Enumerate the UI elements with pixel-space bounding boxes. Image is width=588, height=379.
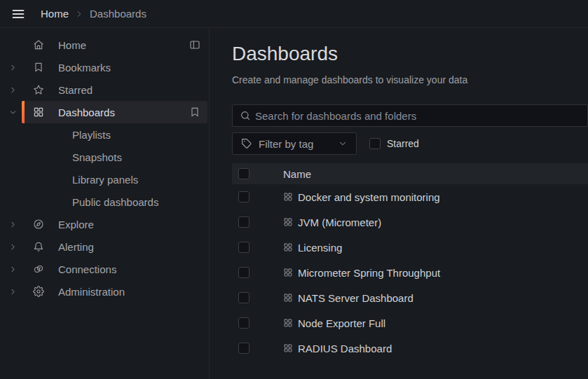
row-checkbox[interactable] [238,242,249,253]
home-icon-glyph [33,39,44,50]
breadcrumb: Home Dashboards [41,8,146,20]
dashboard-name-link[interactable]: Micrometer Spring Throughput [298,267,440,279]
star-icon-glyph [33,84,44,95]
connections-icon [33,263,44,275]
sidebar-item-label: Connections [58,263,116,275]
menu-toggle-button[interactable] [7,3,29,25]
gear-icon-glyph [33,286,44,297]
dashboard-icon-glyph [283,268,293,277]
chevron-right-icon[interactable] [3,242,22,251]
breadcrumb-current: Dashboards [90,8,146,20]
table-body: Docker and system monitoringJVM (Microme… [232,184,588,361]
dashboard-icon-glyph [283,242,293,252]
select-all-checkbox[interactable] [238,168,249,179]
breadcrumb-home-link[interactable]: Home [41,8,69,20]
sidebar-item-label: Snapshots [72,151,122,163]
sidebar-item-label: Bookmarks [58,62,111,74]
table-row[interactable]: Node Exporter Full [232,310,588,336]
sidebar-item-starred[interactable]: Starred [0,78,209,101]
sidebar: HomeBookmarksStarredDashboardsPlaylistsS… [0,28,210,379]
tag-filter-select[interactable]: Filter by tag [232,132,357,155]
table-row[interactable]: Licensing [232,235,588,260]
filter-row: Filter by tag Starred [232,132,588,155]
dashboard-name-link[interactable]: NATS Server Dashboard [298,292,413,304]
dashboard-icon [283,217,293,227]
chevron-right-icon[interactable] [3,220,22,229]
search-input[interactable] [255,110,582,122]
dashboard-icon-glyph [283,217,293,227]
dashboard-icon-glyph [283,318,293,328]
compass-icon [33,219,44,230]
sidebar-item-public-dashboards[interactable]: Public dashboards [0,191,209,213]
dashboard-icon-glyph [283,192,293,202]
chevron-right-icon-glyph [8,220,18,229]
breadcrumb-separator-icon [74,9,84,19]
sidebar-item-snapshots[interactable]: Snapshots [0,146,209,168]
sidebar-item-explore[interactable]: Explore [0,213,209,235]
dashboard-icon-glyph [283,343,293,353]
bookmark-icon [33,62,44,73]
dashboard-icon [283,343,293,353]
sidebar-item-alerting[interactable]: Alerting [0,235,209,258]
sidebar-item-label: Public dashboards [72,196,158,208]
chevron-right-icon[interactable] [3,85,22,95]
column-header-name: Name [283,168,311,180]
main-content: Dashboards Create and manage dashboards … [210,28,588,379]
dashboard-name-link[interactable]: Licensing [298,242,342,254]
sidebar-item-home[interactable]: Home [0,34,209,56]
starred-filter[interactable]: Starred [369,138,419,149]
sidebar-nav: HomeBookmarksStarredDashboardsPlaylistsS… [0,34,209,303]
dock-icon[interactable] [189,39,200,50]
gear-icon [33,286,44,297]
sidebar-item-library-panels[interactable]: Library panels [0,168,209,191]
starred-checkbox[interactable] [369,138,381,149]
search-bar [232,104,588,127]
bell-icon [33,241,44,252]
sidebar-item-administration[interactable]: Administration [0,280,209,303]
chevron-right-icon[interactable] [3,287,22,296]
tag-icon [241,138,252,149]
table-header-row: Name [232,163,588,184]
bookmark-icon[interactable] [189,106,200,118]
dashboard-icon [283,242,293,252]
search-icon [240,110,251,121]
table-row[interactable]: Docker and system monitoring [232,184,588,209]
sidebar-item-bookmarks[interactable]: Bookmarks [0,56,209,78]
chevron-right-icon-glyph [8,85,18,95]
sidebar-item-connections[interactable]: Connections [0,258,209,280]
row-checkbox[interactable] [238,191,249,202]
chevron-right-icon[interactable] [3,63,22,72]
dock-icon-glyph [189,39,200,50]
dashboard-name-link[interactable]: Docker and system monitoring [298,191,440,203]
star-icon [33,84,44,95]
page-subtitle: Create and manage dashboards to visualiz… [232,73,588,87]
table-row[interactable]: Micrometer Spring Throughput [232,260,588,285]
sidebar-item-label: Alerting [58,241,94,253]
apps-icon [33,106,44,118]
chevron-down-icon[interactable] [3,108,22,117]
dashboard-name-link[interactable]: RADIUS Dashboard [298,343,392,354]
starred-label: Starred [387,138,419,149]
row-checkbox[interactable] [238,317,249,329]
row-checkbox[interactable] [238,216,249,228]
row-checkbox[interactable] [238,267,249,278]
chevron-right-icon[interactable] [3,265,22,274]
chevron-down-icon-glyph [8,108,18,117]
sidebar-item-label: Playlists [72,129,111,141]
table-row[interactable]: RADIUS Dashboard [232,336,588,361]
dashboard-icon [283,192,293,202]
table-row[interactable]: NATS Server Dashboard [232,285,588,310]
dashboard-name-link[interactable]: JVM (Micrometer) [298,216,381,228]
bookmark-icon-glyph [33,62,44,73]
sidebar-item-label: Home [58,39,86,51]
bell-icon-glyph [33,241,44,252]
dashboard-icon [283,318,293,328]
sidebar-item-dashboards[interactable]: Dashboards [0,101,209,123]
sidebar-item-playlists[interactable]: Playlists [0,123,209,146]
table-row[interactable]: JVM (Micrometer) [232,209,588,235]
dashboard-name-link[interactable]: Node Exporter Full [298,317,385,329]
row-checkbox[interactable] [238,343,249,354]
sidebar-item-label: Administration [58,286,125,298]
row-checkbox[interactable] [238,292,249,303]
sidebar-item-label: Library panels [72,174,138,186]
